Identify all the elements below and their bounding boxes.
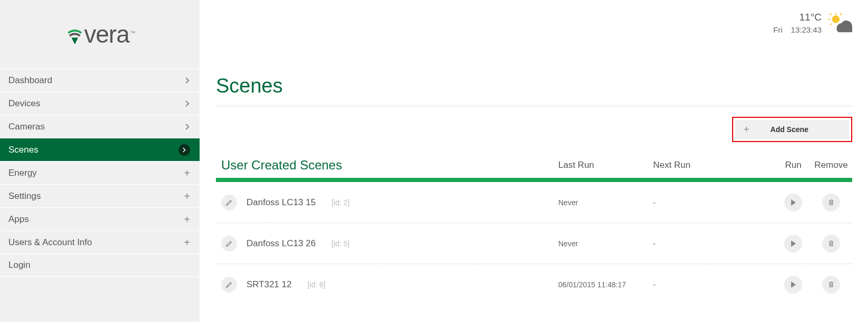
weather-partly-cloudy-icon [828,13,852,34]
pencil-icon [225,240,233,247]
brand-name: vera [84,20,129,48]
section-accent-bar [216,178,852,182]
sidebar-item-scenes[interactable]: Scenes [0,138,200,161]
scene-next-run: - [653,280,774,289]
play-icon [790,240,796,247]
plus-icon: + [184,237,190,248]
pencil-icon [225,281,233,288]
sidebar-item-label: Energy [8,168,37,178]
table-row: Danfoss LC13 26 [id: 5] Never - [216,223,852,264]
add-scene-button[interactable]: + Add Scene [735,120,849,139]
add-scene-label: Add Scene [771,125,808,134]
remove-scene-button[interactable] [822,194,840,212]
chevron-right-icon [185,100,190,107]
scene-next-run: - [653,198,774,207]
svg-marker-0 [71,38,78,45]
sidebar-item-label: Devices [8,98,40,109]
pencil-icon [225,199,233,206]
sidebar-item-label: Users & Account Info [8,237,92,248]
table-row: Danfoss LC13 15 [id: 2] Never - [216,182,852,223]
chevron-right-icon [179,144,190,156]
col-remove: Remove [812,160,850,170]
add-scene-highlight: + Add Scene [732,117,852,142]
main-content: 11°C Fri 13:23:43 Scenes + Add Scene [200,0,868,322]
table-row: SRT321 12 [id: 6] 06/01/2015 11:48:17 - [216,264,852,305]
scene-id: [id: 6] [308,280,326,289]
run-scene-button[interactable] [784,235,802,253]
remove-scene-button[interactable] [822,276,840,294]
scene-name: Danfoss LC13 26 [246,238,315,249]
day-label: Fri [773,25,783,34]
logo-area: vera ™ [0,0,200,68]
run-scene-button[interactable] [784,276,802,294]
trash-icon [827,199,835,206]
trash-icon [827,240,835,247]
edit-scene-button[interactable] [221,277,237,293]
sidebar-item-login[interactable]: Login [0,254,200,277]
sidebar: vera ™ Dashboard Devices Cameras Scenes … [0,0,200,322]
play-icon [790,199,796,206]
topbar: 11°C Fri 13:23:43 [773,12,852,34]
scene-id: [id: 5] [331,239,349,248]
scene-last-run: 06/01/2015 11:48:17 [558,280,653,289]
clock: 13:23:43 [791,25,822,34]
sidebar-item-label: Apps [8,214,29,225]
scene-last-run: Never [558,198,653,207]
section-title: User Created Scenes [221,158,558,173]
plus-icon: + [184,168,190,178]
scenes-table-header: User Created Scenes Last Run Next Run Ru… [216,158,852,178]
col-run: Run [774,160,812,170]
brand-logo: vera ™ [65,20,134,48]
sidebar-item-users-account[interactable]: Users & Account Info + [0,230,200,254]
chevron-right-icon [185,77,190,84]
svg-line-4 [830,13,832,15]
title-divider [216,106,852,106]
run-scene-button[interactable] [784,194,802,212]
sidebar-item-cameras[interactable]: Cameras [0,115,200,138]
plus-icon: + [184,191,190,202]
edit-scene-button[interactable] [221,236,237,251]
trash-icon [827,281,835,288]
sidebar-item-label: Scenes [8,145,38,155]
chevron-right-icon [185,123,190,130]
brand-trademark: ™ [130,30,135,36]
weather-info: 11°C Fri 13:23:43 [773,12,822,34]
brand-mark-icon [65,26,84,45]
svg-line-6 [830,23,832,25]
sidebar-item-label: Cameras [8,122,45,132]
sidebar-item-label: Settings [8,191,41,202]
sidebar-nav: Dashboard Devices Cameras Scenes Energy … [0,68,200,277]
remove-scene-button[interactable] [822,235,840,253]
col-next-run: Next Run [653,160,774,170]
svg-marker-10 [791,240,796,247]
plus-icon: + [184,214,190,225]
scene-last-run: Never [558,239,653,248]
scene-name: SRT321 12 [246,279,292,290]
sidebar-item-label: Dashboard [8,75,52,86]
page-title: Scenes [216,75,852,97]
temperature: 11°C [773,12,822,23]
scene-next-run: - [653,239,774,248]
sidebar-item-dashboard[interactable]: Dashboard [0,68,200,92]
scene-id: [id: 2] [331,198,349,207]
plus-icon: + [744,125,749,134]
sidebar-item-energy[interactable]: Energy + [0,161,200,184]
sidebar-item-apps[interactable]: Apps + [0,207,200,230]
edit-scene-button[interactable] [221,195,237,210]
svg-point-1 [832,15,840,23]
sidebar-item-settings[interactable]: Settings + [0,184,200,207]
sidebar-item-label: Login [8,260,31,270]
sidebar-item-devices[interactable]: Devices [0,92,200,115]
svg-marker-13 [791,281,796,288]
play-icon [790,281,796,288]
scene-name: Danfoss LC13 15 [246,197,315,208]
svg-marker-7 [791,199,796,206]
svg-line-5 [840,13,842,15]
col-last-run: Last Run [558,160,653,170]
